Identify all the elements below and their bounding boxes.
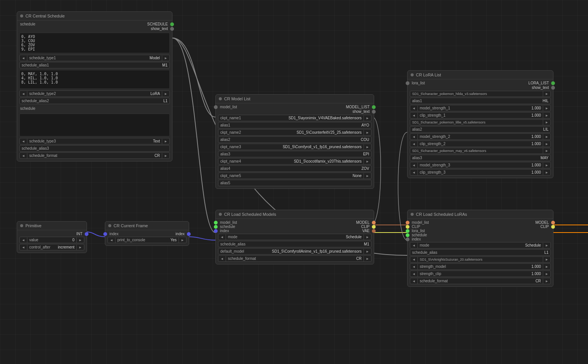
lsl-current-frame-label: index <box>409 237 421 241</box>
schedule-text2[interactable]: 0, MAY, 1.0, 1.0 4, HIL, 1.0, 1.0 8, LIL… <box>19 70 170 89</box>
primitive-value-right-arrow[interactable]: ► <box>76 237 84 243</box>
cr-current-frame-node: CR Current Frame index index ◄ print_to_… <box>105 221 189 246</box>
cr-model-list-title: CR Model List <box>224 97 250 101</box>
lsl-clip-out-port[interactable] <box>551 225 555 229</box>
clip-strength-2-left[interactable]: ◄ <box>410 141 418 147</box>
clip-strength-3-right[interactable]: ► <box>543 170 550 175</box>
primitive-out-port[interactable] <box>85 232 89 236</box>
lsl-model-in-port[interactable] <box>406 221 409 225</box>
schedule-type3-right-arrow[interactable]: ► <box>162 139 169 144</box>
lsl-default-lora-right[interactable]: ► <box>543 257 550 262</box>
lsl-schedule-format-right[interactable]: ► <box>543 279 550 284</box>
lsl-schedule-in-port[interactable] <box>406 233 409 237</box>
lsl-mode-right[interactable]: ► <box>543 243 550 248</box>
current-frame-in-port[interactable] <box>103 232 107 236</box>
lsl-strength-model-right[interactable]: ► <box>543 264 550 269</box>
model-list-out-port[interactable] <box>372 105 376 109</box>
lsl-default-lora-left[interactable]: ◄ <box>410 257 418 262</box>
model-list-in-port[interactable] <box>214 105 218 109</box>
lsm-schedule-in-port[interactable] <box>214 225 218 229</box>
lsm-model-list-in-port[interactable] <box>214 221 218 225</box>
primitive-control-left-arrow[interactable]: ◄ <box>20 245 27 250</box>
lora-name1-arrow[interactable]: ► <box>543 91 550 97</box>
lora-name3-arrow[interactable]: ► <box>543 148 550 154</box>
schedule-type2-left-arrow[interactable]: ◄ <box>20 91 27 97</box>
lsm-schedule-alias-label: schedule_alias <box>218 241 362 247</box>
primitive-value-left-arrow[interactable]: ◄ <box>20 237 27 243</box>
lsm-schedule-format-left-arrow[interactable]: ◄ <box>218 256 226 261</box>
schedule-type2-right-arrow[interactable]: ► <box>162 91 169 97</box>
clip-strength-1-right[interactable]: ► <box>543 113 550 118</box>
lsl-model-out-port[interactable] <box>551 221 555 225</box>
model-strength-2-left[interactable]: ◄ <box>410 134 418 139</box>
schedule-type1-left-arrow[interactable]: ◄ <box>20 55 27 61</box>
lsl-strength-clip-right[interactable]: ► <box>543 271 550 277</box>
model-strength-1-right[interactable]: ► <box>543 106 550 111</box>
lora-name3-label: SD1_5\character_pokemon_may_v6.safetenso… <box>410 148 543 154</box>
lsm-default-model-arrow[interactable]: ► <box>364 249 371 254</box>
model-strength-2-right[interactable]: ► <box>543 134 550 139</box>
model-strength-1-left[interactable]: ◄ <box>410 106 418 111</box>
primitive-value-field: ◄ value 0 ► <box>19 237 84 243</box>
current-frame-out-port[interactable] <box>187 232 191 236</box>
ckpt-name4-arrow[interactable]: ► <box>364 159 371 164</box>
node-canvas[interactable]: CR Central Schedule schedule SCHEDULE sh… <box>0 0 588 364</box>
ckpt-name1-arrow[interactable]: ► <box>364 116 371 121</box>
lsl-strength-model-name: strength_model <box>418 264 530 269</box>
ckpt-name3-arrow[interactable]: ► <box>364 144 371 150</box>
cr-load-scheduled-models-header: CR Load Scheduled Models <box>216 210 374 219</box>
schedule-text1[interactable]: 0, AYO 3, COU 6, ZOV 9, EPI <box>19 33 170 53</box>
model-list-show-text-port[interactable] <box>372 110 376 114</box>
schedule-type1-value: Model <box>148 55 162 61</box>
schedule-type2-field: ◄ schedule_type2 LoRA ► <box>19 90 170 97</box>
primitive-control-after-field: ◄ control_after increment ► <box>19 244 84 250</box>
schedule-alias3-field: schedule_alias3 <box>19 145 170 152</box>
lsm-clip-out-port[interactable] <box>372 225 376 229</box>
schedule-type3-field: ◄ schedule_type3 Text ► <box>19 138 170 144</box>
primitive-control-right-arrow[interactable]: ► <box>76 245 84 250</box>
node-status-dot <box>108 224 111 227</box>
print-console-left-arrow[interactable]: ◄ <box>108 237 115 243</box>
alias1-label: alias1 <box>218 122 360 128</box>
show-text-label: show_text <box>151 27 170 31</box>
cr-load-scheduled-loras-title: CR Load Scheduled LoRAs <box>416 212 467 217</box>
lsl-strength-clip-left[interactable]: ◄ <box>410 271 418 277</box>
schedule-format-right-arrow[interactable]: ► <box>162 153 169 158</box>
lora-list-show-text-port[interactable] <box>551 86 555 90</box>
lora-list-out-port[interactable] <box>551 81 555 85</box>
lsm-current-frame-in-port[interactable] <box>214 229 218 233</box>
lsl-current-frame-in-port[interactable] <box>406 237 409 241</box>
lsm-default-model-label: default_model <box>218 248 270 254</box>
lora-name2-arrow[interactable]: ► <box>543 120 550 125</box>
print-console-right-arrow[interactable]: ► <box>179 237 186 243</box>
clip-strength-3-left[interactable]: ◄ <box>410 170 418 175</box>
model-strength-2-name: model_strength_2 <box>418 134 530 139</box>
lsl-lora-list-in-port[interactable] <box>406 229 409 233</box>
schedule-out-port[interactable] <box>170 22 174 26</box>
schedule-text3[interactable] <box>19 114 170 136</box>
ckpt-name5-arrow[interactable]: ► <box>364 173 371 179</box>
lsl-default-lora-field: ◄ SD1_5\ArknightsSuzuran_20.safetensors … <box>410 256 551 263</box>
clip-strength-2-right[interactable]: ► <box>543 141 550 147</box>
lsl-strength-model-left[interactable]: ◄ <box>410 264 418 269</box>
model-strength-3-right[interactable]: ► <box>543 163 550 168</box>
schedule-type1-right-arrow[interactable]: ► <box>162 55 169 61</box>
clip-strength-1-left[interactable]: ◄ <box>410 113 418 118</box>
current-frame-out-label: index <box>175 232 187 236</box>
lsl-schedule-format-left[interactable]: ◄ <box>410 279 418 284</box>
lsm-model-out-port[interactable] <box>372 221 376 225</box>
lsm-vae-out-port[interactable] <box>372 229 376 233</box>
lsm-mode-right-arrow[interactable]: ► <box>364 234 371 240</box>
model-strength-3-left[interactable]: ◄ <box>410 163 418 168</box>
schedule-type3-left-arrow[interactable]: ◄ <box>20 139 27 144</box>
lsl-mode-left[interactable]: ◄ <box>410 243 418 248</box>
ckpt-name1-field: ckpt_name1 SD1_5\ayonimix_V4VAEBaked.saf… <box>218 115 371 121</box>
lsl-clip-in-port[interactable] <box>406 225 409 229</box>
ckpt-name2-arrow[interactable]: ► <box>364 130 371 135</box>
schedule-format-left-arrow[interactable]: ◄ <box>20 153 27 158</box>
show-text-port[interactable] <box>170 27 174 31</box>
lsm-schedule-format-right-arrow[interactable]: ► <box>364 256 371 261</box>
lora-list-in-port[interactable] <box>406 81 409 85</box>
lsm-mode-left-arrow[interactable]: ◄ <box>218 234 226 240</box>
ckpt-name3-value: SD1_5\Comfyroll_v1_fp16_pruned.safetenso… <box>281 144 364 150</box>
